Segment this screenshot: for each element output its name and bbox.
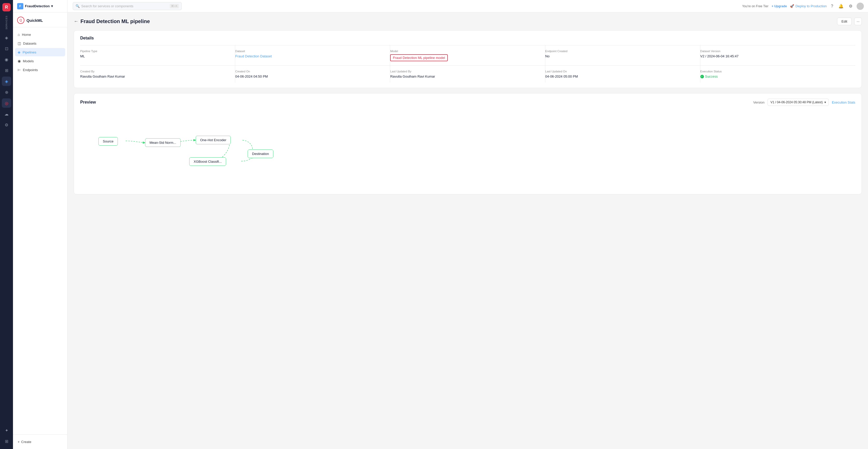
model-value[interactable]: Fraud Detection ML pipeline model bbox=[390, 54, 447, 61]
dataset-version-label: Dataset Version bbox=[700, 50, 851, 53]
project-name: FraudDetection bbox=[25, 4, 50, 8]
pipeline-node-mean-std[interactable]: Mean-Std Norm... bbox=[145, 138, 181, 147]
home-icon: ⌂ bbox=[18, 32, 20, 37]
icon-bar-nav-5[interactable]: ◈ bbox=[2, 76, 11, 86]
rocket-icon: 🚀 bbox=[790, 4, 794, 8]
upgrade-button[interactable]: + Upgrade bbox=[771, 4, 787, 8]
sidebar-item-endpoints[interactable]: ⊢ Endpoints bbox=[15, 66, 65, 74]
execution-stats-button[interactable]: Execution Stats bbox=[832, 100, 855, 104]
icon-bar-nav-4[interactable]: ⊞ bbox=[2, 66, 11, 75]
last-updated-by-label: Last Updated By bbox=[390, 70, 541, 73]
details-card: Details Pipeline Type ML Dataset Fraud D… bbox=[74, 30, 862, 88]
pipeline-node-destination[interactable]: Destination bbox=[248, 150, 273, 158]
create-plus-icon: + bbox=[18, 440, 20, 444]
sidebar-item-pipelines[interactable]: ◈ Pipelines bbox=[15, 48, 65, 56]
success-dot: ✓ bbox=[700, 75, 704, 78]
app-logo[interactable]: R bbox=[2, 3, 11, 11]
more-button[interactable]: ··· bbox=[854, 18, 862, 25]
page-header-left: ← Fraud Detection ML pipeline bbox=[74, 19, 150, 24]
pipeline-node-source[interactable]: Source bbox=[98, 137, 118, 146]
deploy-button[interactable]: 🚀 Deploy to Production bbox=[790, 4, 827, 8]
endpoint-label: Endpoint Created bbox=[545, 50, 696, 53]
datasets-icon: ◫ bbox=[18, 41, 21, 45]
exec-status-value: ✓ Success bbox=[700, 74, 851, 78]
endpoint-value: No bbox=[545, 54, 696, 58]
icon-bar-nav-9[interactable]: ⚙ bbox=[2, 120, 11, 129]
detail-endpoint: Endpoint Created No bbox=[545, 45, 700, 65]
bell-icon[interactable]: 🔔 bbox=[837, 3, 845, 10]
sidebar-item-home[interactable]: ⌂ Home bbox=[15, 30, 65, 39]
services-label: Services bbox=[5, 15, 8, 29]
search-shortcut: ⌘+K bbox=[170, 4, 179, 8]
sidebar-item-endpoints-label: Endpoints bbox=[23, 68, 38, 72]
detail-model: Model Fraud Detection ML pipeline model bbox=[390, 45, 545, 65]
details-row1: Pipeline Type ML Dataset Fraud Detection… bbox=[80, 45, 855, 65]
exec-status-label: Execution Status bbox=[700, 70, 851, 73]
sidebar-item-datasets-label: Datasets bbox=[23, 41, 36, 45]
user-avatar[interactable] bbox=[857, 3, 864, 10]
sidebar-item-models[interactable]: ◉ Models bbox=[15, 57, 65, 65]
dataset-version-value: V2 / 2024-06-04 16:45:47 bbox=[700, 54, 851, 58]
created-on-value: 04-06-2024 04:50 PM bbox=[235, 74, 386, 78]
project-dropdown-icon[interactable]: ▾ bbox=[51, 4, 53, 8]
preview-controls: Version V1 / 04-06-2024 05:30:48 PM (Lat… bbox=[753, 99, 855, 106]
created-by-value: Ravutla Goutham Ravi Kumar bbox=[80, 74, 231, 78]
search-icon: 🔍 bbox=[75, 4, 80, 8]
pipeline-node-xgboost[interactable]: XGBoost Classifi... bbox=[189, 157, 226, 166]
icon-bar-nav-2[interactable]: ⊡ bbox=[2, 44, 11, 53]
pipeline-node-one-hot[interactable]: One-Hot Encoder bbox=[196, 136, 231, 144]
sidebar-item-home-label: Home bbox=[22, 33, 31, 37]
detail-last-updated-by: Last Updated By Ravutla Goutham Ravi Kum… bbox=[390, 66, 545, 83]
sidebar-item-models-label: Models bbox=[23, 59, 34, 63]
dataset-value[interactable]: Fraud Detection Dataset bbox=[235, 54, 386, 58]
pipeline-type-value: ML bbox=[80, 54, 231, 58]
icon-bar-nav-3[interactable]: ◉ bbox=[2, 55, 11, 64]
version-label: Version bbox=[753, 100, 765, 104]
back-button[interactable]: ← bbox=[74, 19, 79, 24]
create-button[interactable]: + Create bbox=[15, 438, 65, 446]
icon-bar-nav-1[interactable]: ◈ bbox=[2, 33, 11, 42]
version-select[interactable]: V1 / 04-06-2024 05:30:48 PM (Latest) ▾ bbox=[768, 99, 829, 106]
endpoints-icon: ⊢ bbox=[18, 68, 21, 72]
pipeline-canvas: Source Mean-Std Norm... One-Hot Encoder … bbox=[80, 111, 855, 189]
models-icon: ◉ bbox=[18, 59, 21, 63]
icon-bar-nav-7[interactable]: ◎ bbox=[2, 98, 11, 108]
pipelines-icon: ◈ bbox=[18, 50, 21, 54]
project-badge[interactable]: F FraudDetection ▾ bbox=[17, 3, 53, 9]
preview-header: Preview Version V1 / 04-06-2024 05:30:48… bbox=[80, 99, 855, 106]
last-updated-on-value: 04-06-2024 05:00 PM bbox=[545, 74, 696, 78]
sidebar-item-datasets[interactable]: ◫ Datasets bbox=[15, 39, 65, 47]
sidebar-header: Q QuickML bbox=[13, 12, 67, 27]
icon-bar-nav-grid[interactable]: ⊞ bbox=[2, 437, 11, 446]
create-label: Create bbox=[21, 440, 31, 444]
detail-exec-status: Execution Status ✓ Success bbox=[700, 66, 855, 83]
edit-button[interactable]: Edit bbox=[837, 18, 851, 25]
top-bar: F FraudDetection ▾ bbox=[13, 0, 67, 12]
pipeline-svg bbox=[80, 111, 855, 189]
quickml-title: QuickML bbox=[27, 18, 43, 23]
main-area: 🔍 Search for services or components ⌘+K … bbox=[67, 0, 868, 449]
icon-bar-nav-8[interactable]: ☁ bbox=[2, 109, 11, 119]
detail-created-by: Created By Ravutla Goutham Ravi Kumar bbox=[80, 66, 235, 83]
icon-bar-nav-6[interactable]: ⊕ bbox=[2, 88, 11, 97]
pipeline-type-label: Pipeline Type bbox=[80, 50, 231, 53]
dataset-label: Dataset bbox=[235, 50, 386, 53]
preview-card: Preview Version V1 / 04-06-2024 05:30:48… bbox=[74, 93, 862, 194]
page-title: Fraud Detection ML pipeline bbox=[81, 19, 150, 24]
gear-icon[interactable]: ⚙ bbox=[848, 3, 854, 10]
quickml-icon: Q bbox=[17, 17, 24, 24]
last-updated-on-label: Last Updated On bbox=[545, 70, 696, 73]
search-box[interactable]: 🔍 Search for services or components ⌘+K bbox=[73, 2, 182, 10]
icon-bar-nav-tools[interactable]: ✦ bbox=[2, 426, 11, 435]
deploy-label: Deploy to Production bbox=[795, 4, 827, 8]
project-letter: F bbox=[17, 3, 23, 9]
detail-created-on: Created On 04-06-2024 04:50 PM bbox=[235, 66, 390, 83]
help-icon[interactable]: ? bbox=[830, 3, 834, 10]
search-placeholder: Search for services or components bbox=[81, 4, 133, 8]
content-area: ← Fraud Detection ML pipeline Edit ··· D… bbox=[67, 12, 868, 449]
page-header: ← Fraud Detection ML pipeline Edit ··· bbox=[74, 18, 862, 25]
details-row2: Created By Ravutla Goutham Ravi Kumar Cr… bbox=[80, 65, 855, 83]
detail-last-updated-on: Last Updated On 04-06-2024 05:00 PM bbox=[545, 66, 700, 83]
detail-dataset: Dataset Fraud Detection Dataset bbox=[235, 45, 390, 65]
sidebar-nav: ⌂ Home ◫ Datasets ◈ Pipelines ◉ Models ⊢… bbox=[13, 27, 67, 435]
